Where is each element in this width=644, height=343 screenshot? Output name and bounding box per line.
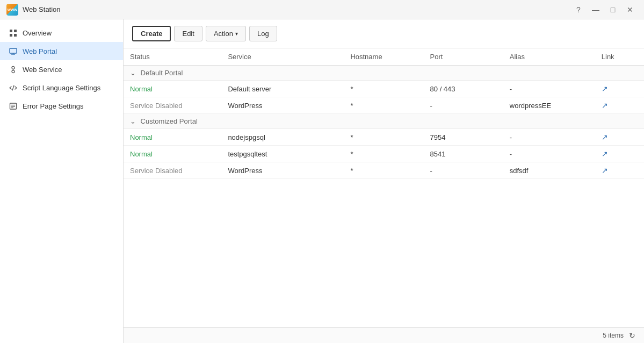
cell-port: 7954: [424, 129, 503, 146]
action-caret-icon: ▾: [235, 31, 238, 37]
create-button[interactable]: Create: [132, 26, 171, 41]
group-label: ⌄ Default Portal: [124, 66, 644, 81]
sidebar-item-overview[interactable]: Overview: [0, 24, 123, 42]
cell-status: Service Disabled: [124, 162, 221, 179]
table-row[interactable]: Normal nodejspgsql * 7954 - ↗︎: [124, 129, 644, 146]
external-link-icon[interactable]: ↗︎: [602, 166, 608, 175]
svg-rect-0: [10, 30, 12, 32]
overview-icon: [9, 28, 17, 37]
cell-status: Normal: [124, 81, 221, 97]
svg-rect-4: [10, 48, 17, 53]
cell-service: WordPress: [221, 97, 344, 114]
titlebar: www Web Station ? — □ ✕: [0, 0, 644, 19]
table-body: ⌄ Default Portal Normal Default server *…: [124, 66, 644, 179]
sidebar-item-overview-label: Overview: [23, 29, 52, 37]
sidebar-item-web-service-label: Web Service: [23, 66, 62, 74]
cell-hostname: *: [344, 81, 423, 97]
cell-status: Normal: [124, 146, 221, 162]
cell-status: Service Disabled: [124, 97, 221, 114]
table-container: Status Service Hostname Port Alias Link …: [124, 48, 644, 327]
external-link-icon[interactable]: ↗︎: [602, 133, 608, 141]
service-icon: [9, 65, 17, 74]
cell-port: -: [424, 162, 503, 179]
help-button[interactable]: ?: [571, 2, 586, 17]
content-area: Create Edit Action ▾ Log Status Service …: [124, 19, 644, 343]
group-chevron-icon: ⌄: [130, 117, 136, 125]
action-label: Action: [214, 30, 233, 38]
error-icon: [9, 102, 17, 110]
cell-link: ↗︎: [595, 81, 644, 97]
portal-icon: [9, 47, 17, 55]
svg-rect-3: [14, 34, 17, 37]
svg-point-7: [12, 66, 15, 69]
cell-alias: -: [503, 129, 595, 146]
table-row[interactable]: Normal testpgsqltest * 8541 - ↗︎: [124, 146, 644, 162]
toolbar: Create Edit Action ▾ Log: [124, 19, 644, 48]
portal-table: Status Service Hostname Port Alias Link …: [124, 48, 644, 179]
log-button[interactable]: Log: [249, 26, 277, 41]
cell-service: Default server: [221, 81, 344, 97]
col-header-alias: Alias: [503, 48, 595, 66]
group-row-default-portal: ⌄ Default Portal: [124, 66, 644, 81]
col-header-service: Service: [221, 48, 344, 66]
cell-alias: -: [503, 146, 595, 162]
sidebar-item-error-page-label: Error Page Settings: [23, 102, 83, 110]
external-link-icon[interactable]: ↗︎: [602, 101, 608, 110]
cell-port: 8541: [424, 146, 503, 162]
svg-rect-2: [10, 34, 12, 37]
sidebar-item-web-portal-label: Web Portal: [23, 47, 57, 55]
cell-link: ↗︎: [595, 97, 644, 114]
sidebar-item-script-label: Script Language Settings: [23, 84, 100, 92]
table-row[interactable]: Service Disabled WordPress * - wordpress…: [124, 97, 644, 114]
script-icon: [9, 83, 17, 92]
external-link-icon[interactable]: ↗︎: [602, 149, 608, 158]
statusbar: 5 items ↻: [124, 327, 644, 343]
cell-port: -: [424, 97, 503, 114]
col-header-port: Port: [424, 48, 503, 66]
external-link-icon[interactable]: ↗︎: [602, 84, 608, 93]
cell-link: ↗︎: [595, 146, 644, 162]
cell-hostname: *: [344, 162, 423, 179]
main-layout: Overview Web Portal Web Service Script L…: [0, 19, 644, 343]
app-title: Web Station: [23, 5, 61, 13]
group-chevron-icon: ⌄: [130, 69, 136, 77]
cell-service: testpgsqltest: [221, 146, 344, 162]
sidebar: Overview Web Portal Web Service Script L…: [0, 19, 124, 343]
cell-hostname: *: [344, 146, 423, 162]
titlebar-controls: ? — □ ✕: [571, 2, 638, 17]
action-button[interactable]: Action ▾: [206, 26, 246, 41]
sidebar-item-error-page[interactable]: Error Page Settings: [0, 97, 123, 115]
cell-alias: -: [503, 81, 595, 97]
cell-service: nodejspgsql: [221, 129, 344, 146]
cell-hostname: *: [344, 129, 423, 146]
sidebar-item-web-service[interactable]: Web Service: [0, 60, 123, 78]
group-label: ⌄ Customized Portal: [124, 114, 644, 129]
group-row-customized-portal: ⌄ Customized Portal: [124, 114, 644, 129]
col-header-hostname: Hostname: [344, 48, 423, 66]
table-header: Status Service Hostname Port Alias Link: [124, 48, 644, 66]
sidebar-item-script-language[interactable]: Script Language Settings: [0, 78, 123, 97]
cell-status: Normal: [124, 129, 221, 146]
col-header-status: Status: [124, 48, 221, 66]
table-row[interactable]: Service Disabled WordPress * - sdfsdf ↗︎: [124, 162, 644, 179]
cell-hostname: *: [344, 97, 423, 114]
app-logo: www: [6, 4, 18, 16]
cell-service: WordPress: [221, 162, 344, 179]
cell-alias: sdfsdf: [503, 162, 595, 179]
sidebar-item-web-portal[interactable]: Web Portal: [0, 42, 123, 60]
table-row[interactable]: Normal Default server * 80 / 443 - ↗︎: [124, 81, 644, 97]
cell-port: 80 / 443: [424, 81, 503, 97]
close-button[interactable]: ✕: [623, 2, 638, 17]
cell-link: ↗︎: [595, 129, 644, 146]
edit-button[interactable]: Edit: [174, 26, 202, 41]
col-header-link: Link: [595, 48, 644, 66]
svg-line-10: [12, 85, 14, 90]
svg-rect-1: [14, 30, 17, 32]
refresh-button[interactable]: ↻: [629, 331, 635, 340]
cell-link: ↗︎: [595, 162, 644, 179]
minimize-button[interactable]: —: [588, 2, 603, 17]
maximize-button[interactable]: □: [605, 2, 620, 17]
svg-point-8: [12, 70, 15, 73]
items-count: 5 items: [603, 332, 624, 339]
logo-text: www: [8, 7, 18, 12]
